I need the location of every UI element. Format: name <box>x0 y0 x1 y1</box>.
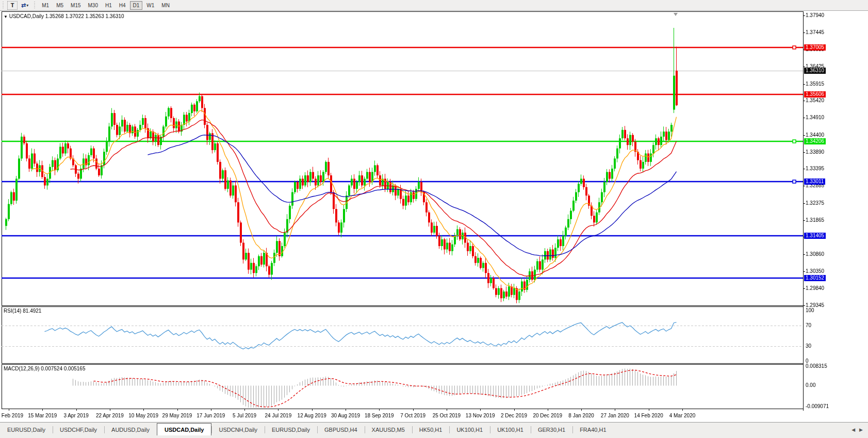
macd-name: MACD(12,26,9) <box>4 366 39 371</box>
price-tick: 1.29345 <box>806 302 824 308</box>
date-tick: 14 Feb 2020 <box>634 413 663 418</box>
level-price-badge: 1.30152 <box>804 275 826 281</box>
current-price-badge: 1.36310 <box>804 68 826 74</box>
date-tick: 27 Jan 2020 <box>601 413 629 418</box>
price-tick: 1.32375 <box>806 200 824 206</box>
top-toolbar: T ⇄ ▾ M1M5M15M30H1H4D1W1MN <box>0 0 868 11</box>
date-tick: 30 Aug 2019 <box>331 413 360 418</box>
timeframe-button-w1[interactable]: W1 <box>143 1 157 10</box>
chart-tab-hk50-h1[interactable]: HK50,H1 <box>412 424 450 435</box>
date-tick: 20 Dec 2019 <box>533 413 562 418</box>
price-tick: 1.34400 <box>806 132 824 138</box>
date-tick: 2 Dec 2019 <box>501 413 527 418</box>
timeframe-button-mn[interactable]: MN <box>158 1 173 10</box>
date-tick: 10 May 2019 <box>128 413 158 418</box>
date-tick: 12 Aug 2019 <box>298 413 326 418</box>
macd-axis-tick: -0.009071 <box>806 403 829 409</box>
price-tick: 1.30350 <box>806 268 824 274</box>
text-label-tool-button[interactable]: T <box>7 1 18 10</box>
chart-tab-usdcnh-daily[interactable]: USDCNH,Daily <box>211 424 265 435</box>
level-price-badge: 1.35606 <box>804 91 826 98</box>
date-tick: 15 Mar 2019 <box>28 413 57 418</box>
chart-tab-fra40-h1[interactable]: FRA40,H1 <box>572 424 613 435</box>
chart-tab-uk100-h1[interactable]: UK100,H1 <box>449 424 490 435</box>
level-price-badge: 1.31405 <box>804 233 826 239</box>
rsi-value: 81.4921 <box>23 308 41 314</box>
timeframe-button-m30[interactable]: M30 <box>85 1 101 10</box>
level-price-badge: 1.34206 <box>804 138 826 144</box>
timeframe-button-m1[interactable]: M1 <box>39 1 52 10</box>
cycle-symbols-button[interactable]: ⇄ ▾ <box>19 1 31 10</box>
chart-tab-bar: EURUSD,DailyUSDCHF,DailyAUDUSD,DailyUSDC… <box>0 422 868 435</box>
toolbar-grip[interactable] <box>2 2 5 9</box>
macd-axis-tick: 0.00 <box>806 382 815 388</box>
level-price-badge: 1.33011 <box>804 179 825 185</box>
timeframe-button-m15[interactable]: M15 <box>68 1 84 10</box>
date-tick: 4 Mar 2020 <box>669 413 696 418</box>
status-strip <box>0 435 868 438</box>
rsi-axis-tick: 70 <box>806 322 811 328</box>
date-tick: 25 Feb 2019 <box>0 413 23 418</box>
price-tick: 1.37445 <box>806 29 824 35</box>
price-tick: 1.35915 <box>806 81 824 87</box>
chart-tab-xauusd-m5[interactable]: XAUUSD,M5 <box>365 424 412 435</box>
ohlc-values: 1.35268 1.37022 1.35263 1.36310 <box>45 13 124 19</box>
price-tick: 1.35420 <box>806 98 824 103</box>
price-tick: 1.33395 <box>806 166 824 171</box>
date-tick: 29 May 2019 <box>162 413 192 418</box>
chart-tab-usdcad-daily[interactable]: USDCAD,Daily <box>157 423 211 435</box>
tab-scroll-left-icon[interactable]: ◀ <box>851 427 855 432</box>
date-tick: 5 Jul 2019 <box>233 413 256 418</box>
symbol-period-label: USDCAD,Daily <box>9 13 44 19</box>
chart-tab-ger30-h1[interactable]: GER30,H1 <box>531 424 572 435</box>
date-tick: 22 Apr 2019 <box>96 413 124 418</box>
price-tick: 1.37940 <box>806 12 824 18</box>
macd-axis-tick: 0.008315 <box>806 363 827 369</box>
rsi-indicator-label[interactable]: RSI(14) 81.4921 <box>4 308 41 314</box>
chart-tab-eurusd-daily[interactable]: EURUSD,Daily <box>265 424 317 435</box>
timeframe-button-h4[interactable]: H4 <box>116 1 129 10</box>
date-tick: 18 Sep 2019 <box>365 413 394 418</box>
chart-tab-usdchf-daily[interactable]: USDCHF,Daily <box>53 424 104 435</box>
price-tick: 1.34910 <box>806 115 824 120</box>
timeframe-button-h1[interactable]: H1 <box>102 1 115 10</box>
timeframe-toolbar: M1M5M15M30H1H4D1W1MN <box>38 1 173 10</box>
chevron-down-icon[interactable]: ▾ <box>26 3 28 8</box>
chart-tab-gbpusd-h4[interactable]: GBPUSD,H4 <box>317 424 365 435</box>
chart-tab-eurusd-daily[interactable]: EURUSD,Daily <box>0 424 53 435</box>
chart-tab-audusd-daily[interactable]: AUDUSD,Daily <box>104 424 157 435</box>
rsi-axis-tick: 100 <box>806 307 814 313</box>
price-tick: 1.29840 <box>806 285 824 291</box>
price-tick: 1.30860 <box>806 251 824 257</box>
date-tick: 13 Nov 2019 <box>466 413 495 418</box>
timeframe-button-m5[interactable]: M5 <box>53 1 67 10</box>
date-tick: 8 Jan 2020 <box>568 413 594 418</box>
macd-indicator-label[interactable]: MACD(12,26,9) 0.007524 0.005165 <box>4 366 85 371</box>
date-tick: 25 Oct 2019 <box>433 413 461 418</box>
cycle-arrows-icon: ⇄ <box>21 2 25 9</box>
rsi-name: RSI(14) <box>4 308 21 314</box>
price-tick: 1.31865 <box>806 217 824 223</box>
date-tick: 3 Apr 2019 <box>63 413 88 418</box>
toolbar-grip2[interactable] <box>33 2 37 9</box>
rsi-axis-tick: 30 <box>806 343 811 349</box>
tab-scroll-right-icon[interactable]: ▶ <box>859 427 863 432</box>
macd-values: 0.007524 0.005165 <box>41 366 85 371</box>
chart-title[interactable]: ▼ USDCAD,Daily 1.35268 1.37022 1.35263 1… <box>4 13 124 19</box>
chart-tab-uk100-h1[interactable]: UK100,H1 <box>490 424 531 435</box>
price-chart-canvas[interactable] <box>0 11 868 421</box>
level-price-badge: 1.37005 <box>804 44 826 51</box>
timeframe-button-d1[interactable]: D1 <box>130 1 143 10</box>
date-tick: 24 Jul 2019 <box>265 413 292 418</box>
chart-window[interactable]: ▼ USDCAD,Daily 1.35268 1.37022 1.35263 1… <box>0 11 868 421</box>
date-tick: 7 Oct 2019 <box>400 413 425 418</box>
price-tick: 1.33890 <box>806 149 824 155</box>
collapse-triangle-icon[interactable]: ▼ <box>4 14 8 19</box>
date-tick: 17 Jun 2019 <box>196 413 225 418</box>
